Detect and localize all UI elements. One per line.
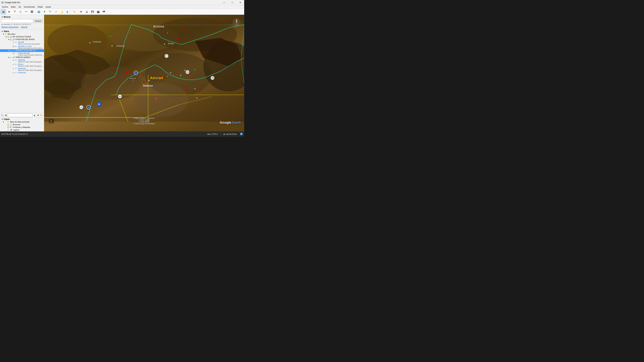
- check-posicion[interactable]: ☐: [10, 38, 12, 41]
- menu-editar[interactable]: Editar: [10, 5, 17, 8]
- check-fronteras[interactable]: ☐: [8, 126, 10, 129]
- tree-item-anuncios[interactable]: ☐ 📋 Anuncios: [0, 123, 44, 126]
- app-icon: 🌍: [1, 1, 4, 3]
- sidebar-square-btn[interactable]: ⊞: [4, 113, 8, 117]
- menu-añadir[interactable]: Añadir: [36, 5, 44, 8]
- toolbar-moon-btn[interactable]: 🌙: [59, 9, 64, 14]
- map-plane-upper-1: ✈: [170, 71, 172, 74]
- check-aircraft[interactable]: ✓: [13, 41, 15, 43]
- check-aircraft-1min[interactable]: ☐: [13, 45, 15, 48]
- expand-mis-sitios: ▼: [3, 33, 5, 35]
- toolbar-polygon-btn[interactable]: ⬡: [18, 9, 23, 14]
- road-shield-180: 180: [79, 105, 83, 109]
- toolbar-placemark-btn[interactable]: 📍: [12, 9, 18, 14]
- toolbar-sun-btn[interactable]: ☀: [42, 9, 47, 14]
- status-elevation: elev. 1770 m: [207, 133, 218, 135]
- sidebar-up-btn[interactable]: ▲: [33, 113, 36, 117]
- tree-item-mis-sitios[interactable]: ▼ 📁 Mis sitios: [0, 33, 44, 35]
- toolbar-mars-btn[interactable]: 🪐: [53, 9, 58, 14]
- toolbar-ruler-btn[interactable]: 📏: [72, 9, 77, 14]
- toolbar-print-btn[interactable]: 🖨: [84, 9, 90, 14]
- sites-section: ▼ Sitios ▼ 📁 Mis sitios ▼ ☐ 🔗 MY GOOGLE …: [0, 29, 44, 113]
- tree-item-lugares[interactable]: ✓ 📌 Lugares: [0, 129, 44, 131]
- check-persecucion[interactable]: ☐: [10, 50, 12, 52]
- map-plane-upper-2: ✈: [184, 69, 186, 72]
- ge-watermark: Google Earth: [220, 120, 241, 125]
- check-american[interactable]: ✓: [13, 67, 15, 70]
- minimize-button[interactable]: —: [220, 0, 228, 5]
- check-n562sa[interactable]: ✓: [13, 59, 15, 61]
- check-lugares[interactable]: ✓: [8, 129, 10, 131]
- maximize-button[interactable]: □: [228, 0, 236, 5]
- tree-item-follow-aircraft[interactable]: ☐ 📄 Follow Aircraft Follow aircraft posi…: [0, 52, 44, 56]
- sidebar-search-btn[interactable]: 🔍: [1, 113, 4, 117]
- check-trafico[interactable]: ✓: [10, 56, 12, 59]
- sites-header[interactable]: ▼ Sitios: [0, 30, 44, 33]
- sidebar-filter-input[interactable]: [8, 114, 32, 117]
- toolbar-image-btn[interactable]: 🖼: [29, 9, 34, 14]
- svg-text:N: N: [236, 19, 237, 21]
- layers-header[interactable]: ▼ Capas: [0, 118, 44, 121]
- red-marker-11: [129, 70, 130, 72]
- history-link[interactable]: Historial: [21, 26, 27, 28]
- check-american2[interactable]: ✓: [13, 72, 15, 74]
- map-plane-right-2: ✈: [196, 96, 198, 99]
- toolbar-path-btn[interactable]: 〜: [24, 9, 29, 14]
- toolbar-email-btn[interactable]: ✉: [78, 9, 84, 14]
- map-label-american-1: American: [93, 41, 101, 43]
- tree-item-my-google[interactable]: ▼ ☐ 🔗 MY GOOGLE FS2020: [0, 35, 44, 38]
- red-marker-9: [186, 89, 188, 91]
- tree-item-envoy[interactable]: ✓ ✈ Envoy Marks AI traffic (MyFsGoogleEa…: [0, 63, 44, 67]
- check-my-google[interactable]: ☐: [8, 36, 10, 38]
- label-aircraft: Aircraft: [18, 41, 44, 43]
- map-plane-n562sa: ✈: [132, 79, 134, 81]
- map-label-aircraft: Aircraft: [150, 76, 163, 80]
- menu-archivo[interactable]: Archivo: [1, 5, 10, 8]
- toolbar-maps-btn[interactable]: 🗺: [101, 9, 106, 14]
- tree-item-aircraft-1min[interactable]: ☐ ✈ Aircraft (+1 min.) Marks estimated a…: [0, 45, 44, 49]
- check-envoy[interactable]: ✓: [13, 63, 15, 65]
- toolbar-sidebar-btn[interactable]: ▤: [1, 9, 6, 14]
- tree-item-fronteras[interactable]: ☐ 🏳 Fronteras y etiquetas: [0, 126, 44, 129]
- map-area[interactable]: Arizona American American Envoy ✈ ✈ ✈ ✈ …: [44, 15, 244, 131]
- toolbar-earth-btn[interactable]: 🌍: [36, 9, 42, 14]
- icon-anuncios: 📋: [10, 123, 12, 126]
- check-follow[interactable]: ☐: [13, 52, 15, 54]
- red-marker-7: [164, 77, 166, 78]
- sidebar-down-btn[interactable]: ▼: [36, 113, 40, 117]
- search-input[interactable]: [1, 19, 33, 23]
- label-follow-aircraft: Follow Aircraft: [18, 52, 44, 54]
- menu-ayuda[interactable]: Ayuda: [44, 5, 52, 8]
- toolbar-tour-btn[interactable]: ★: [6, 9, 12, 14]
- map-plane-upper-3: ✈: [180, 74, 182, 77]
- toolbar-sep-2: [70, 10, 71, 14]
- tree-item-american2[interactable]: ✓ ✈ American: [0, 71, 44, 74]
- main-layout: ▼ Buscar Buscar por ejemplo: 37 25.818' …: [0, 15, 244, 131]
- sites-title: Sitios: [4, 30, 9, 32]
- toolbar-save-btn[interactable]: 💾: [90, 9, 95, 14]
- tree-item-trafico[interactable]: ▼ ✓ 🔗 TRÁFICO AÉREO: [0, 56, 44, 59]
- menu-herramientas[interactable]: Herramientas: [22, 5, 36, 8]
- map-label-arizona: Arizona: [153, 25, 164, 28]
- close-button[interactable]: ✕: [236, 0, 244, 5]
- tree-item-n562sa[interactable]: ✓ ✈ N562SA Marks AI traffic (MyFsGoogleE…: [0, 59, 44, 63]
- status-sep-1: [220, 133, 220, 136]
- toolbar-movie-btn[interactable]: 🎬: [96, 9, 101, 14]
- label-envoy: Envoy: [18, 63, 44, 65]
- svg-point-16: [233, 18, 240, 26]
- search-button[interactable]: Buscar: [34, 19, 42, 23]
- tree-item-persecucion[interactable]: ▼ ☐ 🔗 PERSECUCIÓN DEL AV...: [0, 49, 44, 52]
- tree-item-aircraft[interactable]: ✓ ✈ Aircraft Marks current aircraft posi…: [0, 41, 44, 45]
- tree-item-american[interactable]: ✓ ✈ American Marks AI traffic (MyFsGoogl…: [0, 67, 44, 71]
- tree-item-posicion[interactable]: ▼ ☐ 🔗 POSICION DEL AVIÓN: [0, 38, 44, 41]
- tree-item-base-db[interactable]: ▼ 📁 Base de datos principal: [0, 121, 44, 123]
- folder-icon-mis-sitios: 📁: [5, 33, 8, 35]
- search-header[interactable]: ▼ Buscar: [1, 16, 42, 18]
- toolbar-water-btn[interactable]: 💧: [64, 9, 70, 14]
- get-directions-link[interactable]: Obtener indicaciones: [1, 26, 18, 28]
- sidebar-folder-btn[interactable]: 📂: [40, 113, 43, 117]
- check-anuncios[interactable]: ☐: [8, 124, 10, 126]
- toolbar-sky-btn[interactable]: 🔭: [48, 9, 53, 14]
- label-american: American: [18, 67, 44, 69]
- menu-ver[interactable]: Ver: [17, 5, 22, 8]
